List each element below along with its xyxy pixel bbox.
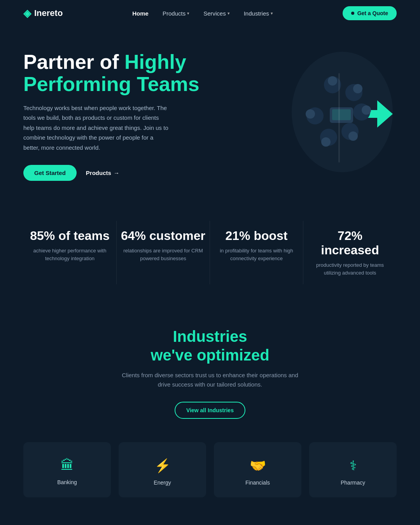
arrow-icon: → xyxy=(114,170,119,176)
nav-home[interactable]: Home xyxy=(132,10,149,17)
stat-item: 72% increased productivity reported by t… xyxy=(303,221,397,284)
industries-description: Clients from diverse sectors trust us to… xyxy=(121,371,299,389)
industry-card-banking[interactable]: 🏛 Banking xyxy=(23,442,111,497)
industry-label: Financials xyxy=(245,480,270,486)
banking-icon: 🏛 xyxy=(61,458,74,473)
svg-point-11 xyxy=(321,137,331,147)
hero-image xyxy=(233,50,397,182)
hero-section: Partner of Highly Performing Teams Techn… xyxy=(0,26,420,198)
financials-icon: 🤝 xyxy=(250,458,266,473)
svg-point-7 xyxy=(362,105,371,115)
svg-rect-16 xyxy=(338,73,340,163)
industry-cards: 🏛 Banking ⚡ Energy 🤝 Financials ⚕ Pharma… xyxy=(23,442,397,497)
industries-title: Industries we've optimized xyxy=(23,327,397,364)
svg-point-5 xyxy=(353,84,362,93)
brand-logo[interactable]: ◈ Inereto xyxy=(23,7,63,19)
stat-number: 72% increased xyxy=(307,229,393,257)
nav-services[interactable]: Services ▾ xyxy=(203,10,230,17)
logo-icon: ◈ xyxy=(23,7,31,19)
stat-description: in profitability for teams with high con… xyxy=(214,247,299,262)
industry-card-pharmacy[interactable]: ⚕ Pharmacy xyxy=(309,442,397,497)
stat-item: 64% customer relationships are improved … xyxy=(117,221,210,284)
stats-section: 85% of teams achieve higher performance … xyxy=(0,205,420,300)
industry-label: Energy xyxy=(154,480,171,486)
hero-title: Partner of Highly Performing Teams xyxy=(23,51,210,95)
svg-point-13 xyxy=(306,109,315,119)
products-link[interactable]: Products → xyxy=(86,170,119,176)
industry-card-financials[interactable]: 🤝 Financials xyxy=(214,442,301,497)
cta-dot-icon xyxy=(351,12,354,15)
chevron-down-icon: ▾ xyxy=(228,11,230,16)
hero-actions: Get Started Products → xyxy=(23,165,210,181)
svg-point-3 xyxy=(328,76,337,86)
chevron-down-icon: ▾ xyxy=(187,11,189,16)
svg-point-9 xyxy=(348,131,358,141)
hero-svg xyxy=(233,50,397,182)
svg-rect-15 xyxy=(332,109,351,120)
get-started-button[interactable]: Get Started xyxy=(23,165,77,181)
stat-item: 21% boost in profitability for teams wit… xyxy=(210,221,303,284)
stat-description: relationships are improved for CRM power… xyxy=(121,247,206,262)
nav-products[interactable]: Products ▾ xyxy=(163,10,189,17)
industry-label: Banking xyxy=(57,479,77,485)
navigation: ◈ Inereto Home Products ▾ Services ▾ Ind… xyxy=(0,0,420,26)
energy-icon: ⚡ xyxy=(154,458,171,473)
get-quote-button[interactable]: Get a Quote xyxy=(343,6,397,20)
brand-name: Inereto xyxy=(34,8,63,18)
chevron-down-icon: ▾ xyxy=(271,11,273,16)
industries-section: Industries we've optimized Clients from … xyxy=(0,300,420,517)
hero-text: Partner of Highly Performing Teams Techn… xyxy=(23,51,210,181)
industry-label: Pharmacy xyxy=(341,480,365,486)
stat-description: productivity reported by teams utilizing… xyxy=(307,261,393,276)
stat-item: 85% of teams achieve higher performance … xyxy=(23,221,117,284)
hero-description: Technology works best when people work t… xyxy=(23,103,171,153)
stat-number: 21% boost xyxy=(214,229,299,243)
industry-card-energy[interactable]: ⚡ Energy xyxy=(119,442,206,497)
pharmacy-icon: ⚕ xyxy=(350,458,357,473)
view-all-industries-button[interactable]: View all Industries xyxy=(175,402,245,419)
nav-links: Home Products ▾ Services ▾ Industries ▾ xyxy=(132,10,273,17)
stat-number: 64% customer xyxy=(121,229,206,243)
stat-number: 85% of teams xyxy=(27,229,112,243)
stat-description: achieve higher performance with technolo… xyxy=(27,247,112,262)
nav-industries[interactable]: Industries ▾ xyxy=(244,10,273,17)
